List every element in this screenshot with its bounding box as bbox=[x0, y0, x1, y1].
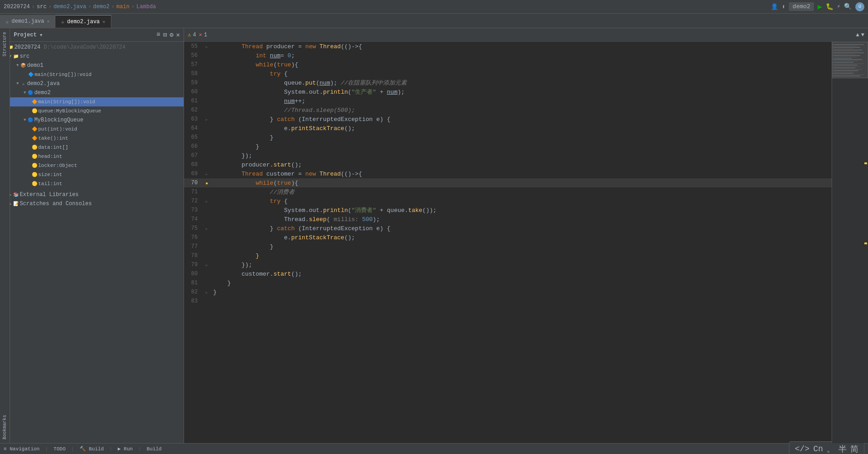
status-todo[interactable]: TODO bbox=[54, 446, 65, 452]
breadcrumb-src: src bbox=[37, 4, 47, 10]
tree-item-scratches[interactable]: ▶ 📝 Scratches and Consoles bbox=[0, 199, 184, 208]
sidebar-dropdown[interactable]: ▼ bbox=[40, 33, 42, 38]
line-num-68: 68 bbox=[184, 160, 202, 169]
fold-55[interactable]: ⊢ bbox=[206, 45, 208, 49]
run-button[interactable]: ▶ bbox=[818, 2, 822, 11]
gutter-76 bbox=[202, 233, 211, 242]
tree-item-src[interactable]: ▼ 📁 src bbox=[0, 52, 184, 61]
tree-item-demo1[interactable]: ▼ 📦 demo1 bbox=[0, 61, 184, 70]
tree-item-data[interactable]: 🟡 data:int[] bbox=[0, 143, 184, 152]
gutter-64 bbox=[202, 124, 211, 133]
tree-item-put[interactable]: 🔶 put(int):void bbox=[0, 125, 184, 134]
fold-79[interactable]: ⊢ bbox=[206, 263, 208, 267]
warning-count: 4 bbox=[193, 32, 196, 38]
gutter-63: ⊢ bbox=[202, 115, 211, 124]
tree-item-demo2class[interactable]: ▼ 🔵 demo2 bbox=[0, 88, 184, 97]
search-icon[interactable]: 🔍 bbox=[844, 3, 852, 10]
line-num-80: 80 bbox=[184, 269, 202, 278]
line-num-62: 62 bbox=[184, 106, 202, 115]
gutter-60 bbox=[202, 87, 211, 96]
nav-up-icon[interactable]: ▲ bbox=[856, 32, 859, 38]
expand-icon[interactable]: ⊟ bbox=[163, 31, 167, 39]
sidebar-actions: ≡ ⊟ ⚙ ✕ bbox=[156, 31, 180, 39]
status-navigation[interactable]: ≡ Navigation bbox=[4, 446, 40, 452]
code-row-75: 75 ⊢ } catch (InterruptedException e) { bbox=[184, 224, 832, 233]
code-minimap bbox=[832, 42, 868, 443]
fold-82[interactable]: ⊢ bbox=[206, 291, 208, 295]
close-sidebar-icon[interactable]: ✕ bbox=[176, 31, 180, 39]
tree-item-head[interactable]: 🟡 head:int bbox=[0, 152, 184, 161]
fold-69[interactable]: ⊢ bbox=[206, 172, 208, 177]
fold-75[interactable]: ⊢ bbox=[206, 227, 208, 231]
code-line-71: //消费者 bbox=[211, 187, 832, 197]
tab-demo1[interactable]: ☕ demo1.java ✕ bbox=[0, 15, 55, 28]
code-row-65: 65 } bbox=[184, 133, 832, 142]
gutter-57 bbox=[202, 60, 211, 69]
gutter-62 bbox=[202, 106, 211, 115]
nav-down-icon[interactable]: ▼ bbox=[861, 32, 864, 38]
line-num-69: 69 bbox=[184, 169, 202, 178]
gutter-79: ⊢ bbox=[202, 260, 211, 269]
breadcrumb-date: 20220724 bbox=[4, 4, 30, 10]
tab-demo2[interactable]: ☕ demo2.java ✕ bbox=[55, 15, 111, 28]
tree-item-tail-label: tail:int bbox=[38, 181, 62, 187]
tree-item-extlibs-label: External Libraries bbox=[20, 192, 79, 198]
tree-item-locker[interactable]: 🟡 locker:Object bbox=[0, 161, 184, 170]
tree-item-src-label: src bbox=[20, 53, 30, 60]
code-line-63: } catch (InterruptedException e) { bbox=[211, 115, 832, 124]
vcs-icon[interactable]: ⬆ bbox=[782, 3, 785, 10]
code-line-76: e.printStackTrace(); bbox=[211, 233, 832, 242]
line-num-77: 77 bbox=[184, 242, 202, 251]
gutter-65 bbox=[202, 133, 211, 142]
status-build1[interactable]: 🔨 Build bbox=[80, 446, 104, 452]
tree-item-size[interactable]: 🟡 size:int bbox=[0, 170, 184, 179]
warnings-bar: ⚠ 4 ✕ 1 ▲ ▼ bbox=[184, 28, 868, 42]
demo1-pkg-icon: 📦 bbox=[20, 62, 27, 69]
tab-demo2-label: demo2.java bbox=[67, 19, 100, 25]
errors-indicator[interactable]: ✕ 1 bbox=[199, 31, 207, 38]
fold-63[interactable]: ⊢ bbox=[206, 118, 208, 122]
run-config[interactable]: demo2 bbox=[789, 2, 814, 11]
collapse-all-icon[interactable]: ≡ bbox=[156, 31, 160, 39]
code-line-56: int num= 0; bbox=[211, 51, 832, 60]
debug-button[interactable]: 🐛 bbox=[826, 3, 833, 10]
tree-item-queue-label: queue:MyBlockingQueue bbox=[38, 108, 101, 114]
user-icon[interactable]: 👤 bbox=[771, 3, 778, 10]
tree-item-demo2java-label: demo2.java bbox=[27, 81, 60, 87]
cn-half: 半 bbox=[838, 444, 847, 454]
status-separator2: | bbox=[71, 446, 74, 452]
tab-demo1-icon: ☕ bbox=[5, 18, 9, 25]
line-num-75: 75 bbox=[184, 224, 202, 233]
status-separator4: | bbox=[138, 446, 141, 452]
tree-item-demo2java[interactable]: ▼ ☕ demo2.java bbox=[0, 79, 184, 88]
tree-item-demo1-label: demo1 bbox=[27, 62, 43, 69]
tree-item-main1[interactable]: 🔷 main(String[]):void bbox=[0, 70, 184, 79]
status-build2[interactable]: Build bbox=[147, 446, 162, 452]
tree-item-extlibs[interactable]: ▶ 📚 External Libraries bbox=[0, 190, 184, 199]
tree-item-mbq[interactable]: ▼ 🔵 MyBlockingQueue bbox=[0, 116, 184, 125]
tree-item-take[interactable]: 🔶 take():int bbox=[0, 134, 184, 143]
tree-item-main2[interactable]: 🔶 main(String[]):void bbox=[0, 97, 184, 106]
code-line-64: e.printStackTrace(); bbox=[211, 124, 832, 133]
tab-demo2-close[interactable]: ✕ bbox=[103, 19, 105, 25]
tree-item-queue[interactable]: 🟡 queue:MyBlockingQueue bbox=[0, 106, 184, 116]
status-separator3: | bbox=[109, 446, 112, 452]
warnings-indicator[interactable]: ⚠ 4 bbox=[188, 31, 196, 38]
line-num-78: 78 bbox=[184, 251, 202, 260]
breakpoint-70[interactable]: ● bbox=[205, 181, 208, 186]
code-scroll-area[interactable]: 55 ⊢ Thread producer = new Thread(()->{ … bbox=[184, 42, 832, 443]
tree-item-tail[interactable]: 🟡 tail:int bbox=[0, 179, 184, 188]
bookmarks-label[interactable]: Bookmarks bbox=[1, 411, 8, 443]
run-coverage[interactable]: ⚡ bbox=[837, 3, 840, 10]
structure-label[interactable]: Structure bbox=[1, 28, 8, 60]
gutter-68 bbox=[202, 160, 211, 169]
tree-item-root[interactable]: ▼ 📁 20220724 D:\code\JavaCode\20220724 bbox=[0, 43, 184, 52]
code-line-67: }); bbox=[211, 151, 832, 160]
tab-demo1-close[interactable]: ✕ bbox=[47, 19, 50, 24]
status-separator1: | bbox=[45, 446, 48, 452]
main1-method-icon: 🔷 bbox=[27, 71, 35, 78]
settings-icon[interactable]: ⚙ bbox=[170, 31, 173, 39]
breadcrumb-class: demo2 bbox=[93, 4, 110, 10]
fold-72[interactable]: ⊢ bbox=[206, 200, 208, 204]
status-run[interactable]: ▶ Run bbox=[118, 446, 133, 452]
